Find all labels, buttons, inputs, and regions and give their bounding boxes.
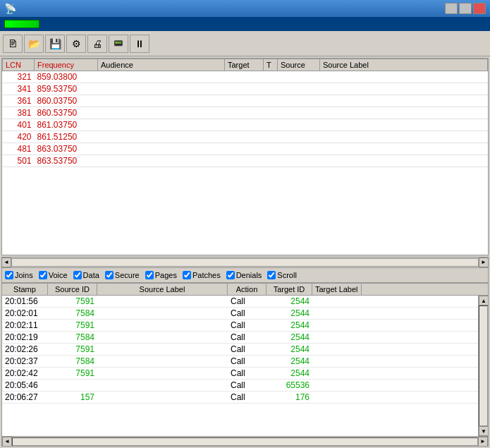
- cell-action: Call: [228, 320, 267, 332]
- hscroll-right-btn[interactable]: ►: [479, 258, 489, 267]
- filter-voice[interactable]: Voice: [39, 271, 68, 279]
- col-header-audience: Audience: [98, 59, 225, 71]
- log-row[interactable]: 20:02:017584Call2544: [2, 308, 478, 320]
- channel-row[interactable]: 401861.03750: [3, 119, 488, 131]
- filter-patches[interactable]: Patches: [183, 271, 221, 279]
- vscroll-down-btn[interactable]: ▼: [479, 426, 488, 436]
- channel-row[interactable]: 341859.53750: [3, 83, 488, 95]
- checkbox-denials[interactable]: [226, 271, 235, 279]
- log-row[interactable]: 20:02:197584Call2544: [2, 332, 478, 344]
- checkbox-voice[interactable]: [39, 271, 47, 279]
- print-button[interactable]: 🖨: [87, 35, 107, 53]
- channel-row[interactable]: 481863.03750: [3, 143, 488, 155]
- filter-denials[interactable]: Denials: [226, 271, 262, 279]
- close-button[interactable]: [473, 3, 486, 14]
- checkbox-secure[interactable]: [105, 271, 114, 279]
- log-row[interactable]: 20:02:427591Call2544: [2, 368, 478, 380]
- cell-target: [225, 83, 264, 95]
- open-button[interactable]: 📂: [24, 35, 44, 53]
- cell-target: [225, 107, 264, 119]
- cell-tgtlabel: [312, 368, 478, 380]
- cell-sourcelabel: [320, 143, 488, 155]
- cell-audience: [98, 131, 225, 143]
- log-row[interactable]: 20:02:377584Call2544: [2, 356, 478, 368]
- checkbox-joins[interactable]: [5, 271, 13, 279]
- log-hscroll[interactable]: ◄ ►: [2, 436, 488, 446]
- cell-source: [278, 119, 320, 131]
- cell-tgtid: 65536: [267, 380, 312, 392]
- new-button[interactable]: 🖹: [3, 35, 23, 53]
- filter-pages[interactable]: Pages: [145, 271, 177, 279]
- cell-srclabel: [97, 308, 228, 320]
- minimize-button[interactable]: [445, 3, 458, 14]
- cell-action: Call: [228, 296, 267, 308]
- cell-lcn: 420: [3, 131, 35, 143]
- channel-row[interactable]: 361860.03750: [3, 95, 488, 107]
- maximize-button[interactable]: [459, 3, 472, 14]
- cell-stamp: 20:02:19: [2, 332, 48, 344]
- log-vscroll[interactable]: ▲ ▼: [478, 296, 488, 436]
- hscroll-track[interactable]: [11, 258, 479, 267]
- filter-label-denials: Denials: [236, 271, 262, 279]
- log-hscroll-right[interactable]: ►: [478, 437, 488, 447]
- status-bar: [0, 17, 490, 31]
- log-row[interactable]: 20:02:117591Call2544: [2, 320, 478, 332]
- cell-lcn: 501: [3, 155, 35, 167]
- filter-row: JoinsVoiceDataSecurePagesPatchesDenialsS…: [1, 267, 489, 283]
- calc-button[interactable]: 📟: [109, 35, 128, 53]
- pause-button[interactable]: ⏸: [130, 35, 149, 53]
- cell-freq: 859.53750: [35, 83, 98, 95]
- log-row[interactable]: 20:06:27157Call176: [2, 392, 478, 404]
- cell-target: [225, 155, 264, 167]
- log-row[interactable]: 20:02:267591Call2544: [2, 344, 478, 356]
- cell-target: [225, 131, 264, 143]
- checkbox-patches[interactable]: [183, 271, 191, 279]
- cell-lcn: 361: [3, 95, 35, 107]
- cell-sourcelabel: [320, 107, 488, 119]
- channel-row[interactable]: 501863.53750: [3, 155, 488, 167]
- cell-stamp: 20:02:11: [2, 320, 48, 332]
- top-hscroll[interactable]: ◄ ►: [1, 257, 489, 267]
- filter-label-scroll: Scroll: [277, 271, 297, 279]
- vscroll-up-btn[interactable]: ▲: [479, 296, 488, 305]
- cell-action: Call: [228, 332, 267, 344]
- main-content: LCN Frequency Audience Target T Source S…: [0, 56, 490, 448]
- checkbox-pages[interactable]: [145, 271, 154, 279]
- filter-secure[interactable]: Secure: [105, 271, 140, 279]
- save-button[interactable]: 💾: [45, 35, 65, 53]
- channel-row[interactable]: 420861.51250: [3, 131, 488, 143]
- cell-audience: [98, 107, 225, 119]
- cell-source: [278, 107, 320, 119]
- title-bar: 📡: [0, 0, 490, 17]
- hscroll-left-btn[interactable]: ◄: [1, 258, 11, 267]
- channel-row[interactable]: 321859.03800: [3, 71, 488, 83]
- cell-target: [225, 119, 264, 131]
- channel-row[interactable]: 381860.53750: [3, 107, 488, 119]
- cell-tgtlabel: [312, 332, 478, 344]
- cell-audience: [98, 95, 225, 107]
- cell-t: [264, 71, 278, 83]
- settings-button[interactable]: ⚙: [66, 35, 86, 53]
- cell-lcn: 381: [3, 107, 35, 119]
- cell-stamp: 20:06:27: [2, 392, 48, 404]
- log-row[interactable]: 20:05:46Call65536: [2, 380, 478, 392]
- log-hscroll-left[interactable]: ◄: [2, 437, 12, 447]
- cell-srcid: 7591: [48, 344, 97, 356]
- cell-freq: 863.03750: [35, 143, 98, 155]
- log-row[interactable]: 20:01:567591Call2544: [2, 296, 478, 308]
- log-col-tgtid: Target ID: [267, 284, 312, 295]
- cell-freq: 860.53750: [35, 107, 98, 119]
- filter-data[interactable]: Data: [73, 271, 99, 279]
- checkbox-data[interactable]: [73, 271, 82, 279]
- cell-tgtlabel: [312, 380, 478, 392]
- filter-joins[interactable]: Joins: [5, 271, 33, 279]
- cell-source: [278, 131, 320, 143]
- cell-srcid: 7591: [48, 320, 97, 332]
- cell-sourcelabel: [320, 83, 488, 95]
- checkbox-scroll[interactable]: [267, 271, 276, 279]
- filter-scroll[interactable]: Scroll: [267, 271, 297, 279]
- cell-t: [264, 131, 278, 143]
- cell-action: Call: [228, 368, 267, 380]
- cell-action: Call: [228, 356, 267, 368]
- log-hscroll-track[interactable]: [12, 437, 478, 446]
